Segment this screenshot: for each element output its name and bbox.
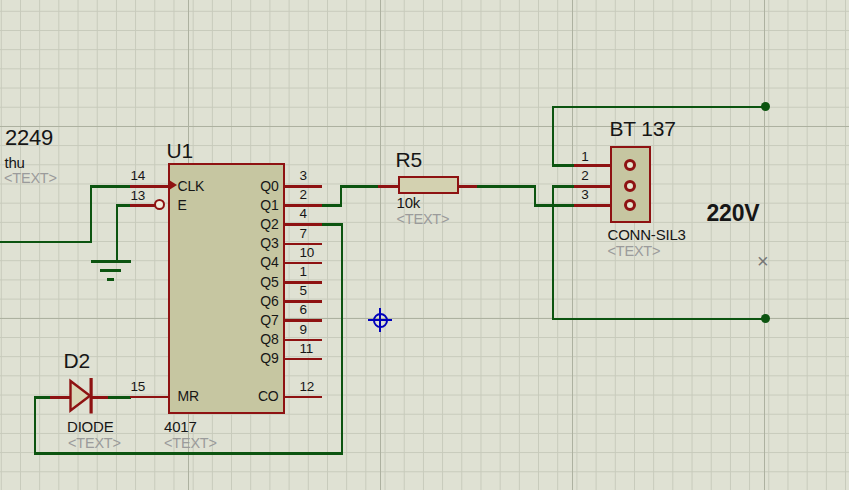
wire-segment[interactable] — [34, 452, 344, 455]
connector-pin-circle — [624, 199, 636, 211]
value-label-r5[interactable]: 10k — [397, 195, 421, 210]
junction-dot — [761, 102, 770, 111]
pin-name: E — [178, 198, 187, 212]
pin-name: Q0 — [240, 179, 279, 193]
wire-segment[interactable] — [90, 185, 93, 243]
pin-number: 14 — [131, 169, 146, 183]
pin-name: Q6 — [240, 294, 279, 308]
placeholder-text: <TEXT> — [4, 171, 57, 186]
junction-dot — [761, 314, 770, 323]
placeholder-text: <TEXT> — [397, 212, 450, 227]
placeholder-text: <TEXT> — [164, 436, 217, 451]
wire-segment[interactable] — [34, 396, 37, 455]
cross-marker-icon: × — [757, 251, 768, 271]
pin-number: 12 — [300, 380, 315, 394]
pin-number: 7 — [300, 227, 307, 241]
ref-label-bt137[interactable]: BT 137 — [610, 118, 676, 139]
connector-pin-circle — [624, 180, 636, 192]
voltage-label[interactable]: 220V — [707, 202, 760, 225]
pin-name: Q1 — [240, 198, 279, 212]
value-label-u1[interactable]: 4017 — [164, 419, 197, 434]
inverter-bubble-icon — [154, 199, 165, 210]
pin-name: Q4 — [240, 255, 279, 269]
ground-bar — [100, 269, 121, 272]
resistor-r5-body[interactable] — [398, 176, 459, 194]
annotation-thu[interactable]: thu — [5, 155, 25, 170]
ground-bar — [107, 278, 114, 281]
pin-name: CLK — [178, 179, 205, 193]
pin-name: Q5 — [240, 275, 279, 289]
pin-number: 2 — [300, 188, 307, 202]
pin-number: 4 — [300, 207, 307, 221]
clock-chevron-icon — [169, 180, 177, 190]
wire-segment[interactable] — [552, 185, 576, 188]
pin-number: 2 — [575, 169, 589, 183]
wire-segment[interactable] — [341, 223, 344, 455]
pin-number: 6 — [300, 303, 307, 317]
wire-segment[interactable] — [552, 164, 576, 167]
wire-segment[interactable] — [552, 106, 767, 109]
pin-name: Q7 — [240, 313, 279, 327]
u1-pin-stub-q9[interactable] — [283, 358, 322, 361]
ref-label-d2[interactable]: D2 — [64, 350, 90, 371]
wire-segment[interactable] — [90, 185, 131, 188]
diode-d2-symbol[interactable] — [48, 376, 112, 416]
wire-segment[interactable] — [340, 185, 380, 188]
pin-number: 15 — [131, 380, 146, 394]
wire-segment[interactable] — [552, 185, 555, 320]
annotation-2249[interactable]: 2249 — [5, 127, 53, 149]
wire-segment[interactable] — [116, 204, 119, 262]
pin-name: Q2 — [240, 217, 279, 231]
value-label-conn-sil3[interactable]: CONN-SIL3 — [608, 227, 686, 242]
pin-number: 1 — [300, 265, 307, 279]
r5-left-lead[interactable] — [378, 185, 399, 188]
origin-marker-icon — [368, 308, 392, 332]
wire-segment[interactable] — [476, 185, 536, 188]
pin-name: Q8 — [240, 332, 279, 346]
pin-number: 9 — [300, 323, 307, 337]
pin-name: Q3 — [240, 236, 279, 250]
placeholder-text: <TEXT> — [68, 436, 121, 451]
wire-segment[interactable] — [340, 185, 343, 207]
r5-right-lead[interactable] — [457, 185, 477, 188]
pin-name: MR — [178, 389, 199, 403]
ref-label-r5[interactable]: R5 — [396, 149, 422, 170]
pin-number: 10 — [300, 246, 315, 260]
connector-pin-circle — [624, 159, 636, 171]
wire-segment[interactable] — [552, 318, 767, 321]
wire-segment[interactable] — [534, 204, 576, 207]
pin-number: 1 — [575, 150, 589, 164]
pin-number: 13 — [131, 189, 146, 203]
wire-segment[interactable] — [534, 185, 537, 206]
wire-segment[interactable] — [322, 223, 343, 226]
value-label-d2[interactable]: DIODE — [67, 419, 114, 434]
pin-name: Q9 — [240, 351, 279, 365]
wire-segment[interactable] — [0, 241, 92, 244]
u1-pin-stub-co[interactable] — [283, 396, 322, 399]
u1-pin-stub-e[interactable] — [130, 204, 156, 207]
u1-pin-stub-mr[interactable] — [130, 396, 169, 399]
pin-number: 3 — [575, 188, 589, 202]
pin-number: 11 — [300, 342, 314, 356]
placeholder-text: <TEXT> — [608, 244, 661, 259]
ref-label-u1[interactable]: U1 — [167, 140, 193, 161]
pin-name: CO — [240, 389, 279, 403]
pin-number: 3 — [300, 169, 307, 183]
wire-segment[interactable] — [552, 106, 555, 167]
schematic-canvas[interactable]: U1 4017 <TEXT> 14 CLK 13 E 15 MR 3 Q0 2 … — [0, 0, 849, 490]
ground-bar — [91, 260, 131, 263]
pin-number: 5 — [300, 284, 307, 298]
